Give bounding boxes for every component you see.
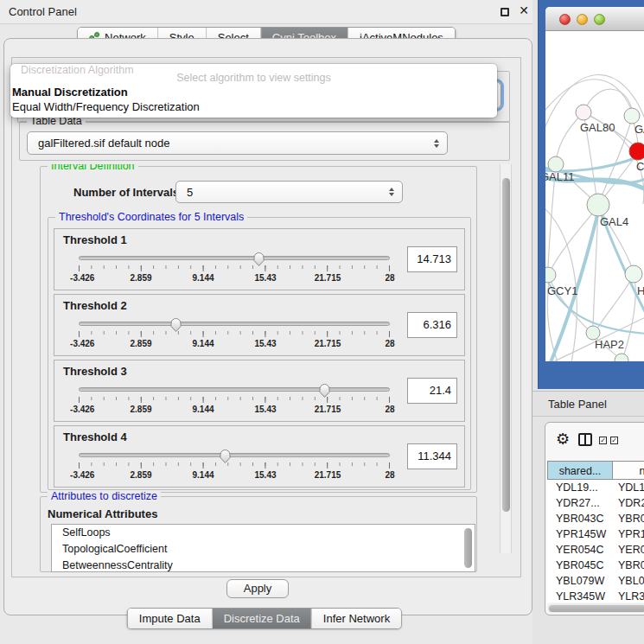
table-horizontal-scrollbar[interactable] (547, 603, 644, 613)
threshold-slider[interactable]: -3.4262.8599.14415.4321.71528 (79, 379, 390, 421)
tick-label: 21.715 (315, 470, 341, 480)
column-header[interactable]: na (613, 461, 644, 480)
scrollbar-thumb[interactable] (549, 605, 644, 612)
tick-label: 2.859 (130, 273, 151, 283)
network-graph[interactable]: GAL80GACGAL11GAL4GCY1HHAP2 (545, 31, 644, 361)
slider-track (79, 322, 390, 326)
algorithm-dropdown-popup: Discretization Algorithm Select algorith… (10, 64, 497, 118)
tick-label: 28 (385, 405, 394, 414)
scrollbar-thumb[interactable] (502, 178, 510, 512)
network-view[interactable]: GAL80GACGAL11GAL4GCY1HHAP2 (545, 7, 644, 361)
tick-label: 15.43 (254, 273, 276, 283)
slider-track (79, 256, 390, 260)
thresholds-group: Threshold's Coordinates for 5 Intervals … (48, 217, 471, 490)
numerical-attributes-list[interactable]: SelfLoopsTopologicalCoefficientBetweenne… (51, 524, 475, 572)
table-row[interactable]: YLR345WYLR3 (547, 589, 644, 603)
float-window-icon[interactable] (501, 8, 509, 16)
control-panel-titlebar: Control Panel ✕ (0, 0, 536, 24)
tick-label: -3.426 (70, 273, 94, 283)
list-item[interactable]: BetweennessCentrality (52, 558, 475, 572)
table-row[interactable]: YDR27...YDR2 (547, 495, 644, 511)
network-edge[interactable] (596, 277, 633, 330)
number-of-intervals-label: Number of Intervals (73, 186, 179, 199)
list-item[interactable]: TopologicalCoefficient (52, 541, 475, 558)
columns-icon[interactable] (578, 433, 592, 446)
network-node[interactable] (576, 105, 591, 120)
zoom-traffic-light-icon[interactable] (594, 14, 605, 25)
close-traffic-light-icon[interactable] (559, 14, 571, 25)
dropdown-option-equal-width[interactable]: Equal Width/Frequency Discretization (12, 100, 200, 113)
tab-infer-network[interactable]: Infer Network (311, 609, 401, 628)
table-cell: YDL1 (613, 480, 644, 495)
slider-handle-icon[interactable] (218, 447, 233, 464)
threshold-label: Threshold 2 (63, 299, 127, 312)
combo-stepper-icon (434, 139, 439, 148)
network-node[interactable] (629, 143, 644, 160)
threshold-value-field[interactable]: 14.713 (407, 246, 457, 272)
apply-button[interactable]: Apply (226, 579, 289, 598)
threshold-value-field[interactable]: 11.344 (407, 443, 457, 469)
threshold-value-field[interactable]: 21.4 (407, 378, 457, 404)
threshold-value-field[interactable]: 6.316 (407, 312, 457, 338)
table-cell: YDR27... (547, 495, 613, 511)
table-row[interactable]: YBR043CYBR0 (547, 511, 644, 526)
column-header[interactable]: shared... (547, 461, 613, 480)
slider-tick-labels: -3.4262.8599.14415.4321.71528 (79, 405, 390, 415)
tick-label: 15.43 (254, 339, 276, 348)
network-node[interactable] (587, 194, 609, 216)
list-scrollbar[interactable] (464, 528, 472, 568)
scroll-viewport: Interval Definition Number of Intervals … (17, 164, 501, 574)
table-cell: YBL079W (547, 573, 613, 589)
dropdown-prompt: Select algorithm to view settings (10, 72, 497, 84)
table-row[interactable]: YDL19...YDL1 (547, 480, 644, 495)
network-node[interactable] (545, 267, 556, 283)
close-icon[interactable]: ✕ (519, 3, 529, 17)
tick-label: 28 (385, 339, 394, 348)
network-window-frame: GAL80GACGAL11GAL4GCY1HHAP2 (538, 0, 644, 389)
slider-track (79, 453, 390, 457)
table-cell: YLR345W (547, 589, 613, 603)
panel-vertical-scrollbar[interactable] (500, 164, 512, 553)
network-edge[interactable] (556, 112, 583, 163)
network-edge[interactable] (601, 154, 637, 201)
slider-tick-labels: -3.4262.8599.14415.4321.71528 (79, 339, 390, 349)
tab-impute-data[interactable]: Impute Data (128, 609, 212, 628)
tick-label: 2.859 (130, 405, 151, 414)
threshold-slider[interactable]: -3.4262.8599.14415.4321.71528 (79, 314, 390, 355)
checkbox-icon[interactable]: ✓ (610, 437, 618, 444)
slider-handle-icon[interactable] (252, 250, 266, 267)
threshold-label: Threshold 1 (63, 233, 127, 246)
minimize-traffic-light-icon[interactable] (577, 14, 588, 25)
table-row[interactable]: YER054CYER0 (547, 542, 644, 558)
slider-handle-icon[interactable] (169, 316, 183, 333)
table-row[interactable]: YBR045CYBR0 (547, 558, 644, 573)
node-label: GCY1 (547, 284, 577, 297)
slider-handle-icon[interactable] (317, 381, 332, 399)
table-data-group: Table Data galFiltered.sif default node (19, 121, 510, 161)
threshold-slider[interactable]: -3.4262.8599.14415.4321.71528 (79, 248, 390, 290)
gear-icon[interactable]: ⚙ (556, 430, 570, 448)
dropdown-option-manual[interactable]: Manual Discretization (12, 86, 128, 99)
slider-major-ticks (79, 397, 390, 403)
network-node[interactable] (625, 265, 642, 283)
checkbox-icon[interactable]: ✓ (599, 437, 607, 444)
table-cell: YBR0 (613, 558, 644, 573)
number-of-intervals-combobox[interactable]: 5 (175, 181, 403, 203)
tick-label: 2.859 (130, 470, 151, 480)
table-row[interactable]: YPR145WYPR1 (547, 526, 644, 542)
table-cell: YLR3 (613, 589, 644, 603)
list-item[interactable]: SelfLoops (52, 525, 475, 541)
table-cell: YPR1 (613, 526, 644, 542)
table-cell: YBL0 (613, 573, 644, 589)
network-node[interactable] (615, 354, 628, 361)
slider-tick-labels: -3.4262.8599.14415.4321.71528 (79, 470, 390, 481)
tick-label: -3.426 (70, 405, 94, 414)
table-cell: YER0 (613, 542, 644, 558)
slider-major-ticks (79, 331, 390, 337)
table-row[interactable]: YBL079WYBL0 (547, 573, 644, 589)
tab-discretize-data[interactable]: Discretize Data (212, 609, 311, 628)
network-node[interactable] (624, 108, 640, 124)
threshold-slider[interactable]: -3.4262.8599.14415.4321.71528 (79, 445, 390, 487)
table-data-combobox[interactable]: galFiltered.sif default node (27, 131, 448, 155)
table-panel-title: Table Panel (548, 392, 607, 417)
